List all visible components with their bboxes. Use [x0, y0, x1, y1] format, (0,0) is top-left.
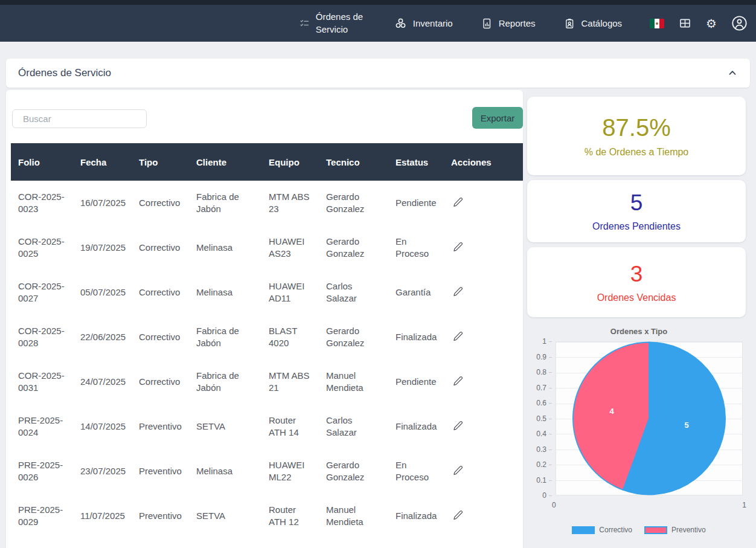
nav-item-reportes[interactable]: Reportes	[481, 18, 536, 30]
table-row: COR-2025-0031 24/07/2025 Correctivo Fabr…	[11, 359, 523, 404]
col-fecha: Fecha	[73, 143, 132, 181]
cell-tecnico: Gerardo Gonzalez	[319, 315, 388, 359]
chart-legend: Correctivo Preventivo	[531, 526, 746, 534]
table-row: COR-2025-0028 22/06/2025 Correctivo Fabr…	[11, 315, 523, 359]
cell-fecha: 24/07/2025	[73, 359, 132, 404]
nav-icon-group: ⚙	[650, 15, 748, 31]
stat-value-overdue: 3	[630, 262, 643, 287]
cell-tecnico: Manuel Mendieta	[319, 494, 388, 538]
export-button[interactable]: Exportar	[472, 107, 523, 129]
nav-label: Órdenes de Servicio	[316, 11, 367, 36]
collapse-panel-button[interactable]	[727, 68, 738, 79]
nav-menu: Órdenes de Servicio Inventario Reportes …	[300, 11, 622, 36]
cell-tecnico: Gerardo Gonzalez	[319, 449, 388, 494]
search-input[interactable]	[23, 114, 143, 124]
gear-icon: ⚙	[706, 18, 717, 30]
edit-order-button[interactable]	[451, 463, 465, 479]
stat-label-overdue: Ordenes Vencidas	[597, 292, 676, 303]
cell-tipo: Correctivo	[132, 225, 189, 270]
id-card-icon	[563, 18, 575, 30]
edit-order-button[interactable]	[451, 285, 465, 300]
stat-value-pending: 5	[630, 190, 643, 216]
table-row: PRE-2025-0024 14/07/2025 Preventivo SETV…	[11, 404, 523, 449]
table-row: COR-2025-0023 16/07/2025 Correctivo Fabr…	[11, 181, 523, 225]
cell-estatus: En Proceso	[388, 449, 444, 494]
grid-icon	[679, 17, 691, 30]
cell-equipo: HUAWEI AD11	[261, 270, 319, 315]
chevron-up-icon	[727, 68, 738, 79]
page-title: Órdenes de Servicio	[18, 67, 111, 79]
grid-apps-button[interactable]	[679, 17, 691, 30]
cell-estatus: Garantía	[388, 270, 444, 315]
nav-item-inventario[interactable]: Inventario	[394, 17, 453, 30]
cell-cliente: Fabrica de Jabón	[189, 181, 261, 225]
table-row: PRE-2025-0029 11/07/2025 Preventivo SETV…	[11, 494, 523, 538]
orders-card: Exportar Folio Fecha Tipo Cliente Equipo…	[6, 90, 523, 548]
stat-value-on-time: 87.5%	[602, 114, 670, 141]
cell-equipo: HUAWEI AS23	[261, 225, 319, 270]
panel-header: Órdenes de Servicio	[6, 59, 750, 88]
stat-label-pending: Ordenes Pendientes	[592, 221, 681, 232]
cell-estatus: Finalizada	[388, 404, 444, 449]
stat-card-overdue: 3 Ordenes Vencidas	[527, 247, 746, 317]
y-tick: 0.5	[536, 414, 552, 423]
nav-item-ordenes-de-servicio[interactable]: Órdenes de Servicio	[300, 11, 367, 36]
cell-equipo: MTM ABS 21	[261, 359, 319, 404]
nodes-icon	[394, 17, 407, 30]
cell-equipo: Router ATH 14	[261, 404, 319, 449]
cell-fecha: 19/07/2025	[73, 225, 132, 270]
col-tipo: Tipo	[132, 143, 189, 181]
cell-folio: COR-2025-0027	[11, 270, 73, 315]
cell-cliente: SETVA	[189, 404, 261, 449]
edit-order-button[interactable]	[451, 329, 465, 345]
report-icon	[481, 18, 493, 30]
table-header-row: Folio Fecha Tipo Cliente Equipo Tecnico …	[11, 143, 523, 181]
cell-equipo: Router ATH 12	[261, 494, 319, 538]
nav-item-catalogos[interactable]: Catálogos	[563, 18, 623, 30]
settings-button[interactable]: ⚙	[706, 18, 717, 30]
language-flag-button[interactable]	[650, 19, 664, 28]
cell-tecnico: Gerardo Gonzalez	[319, 181, 388, 225]
cell-tecnico: Manuel Mendieta	[319, 359, 388, 404]
stat-card-on-time: 87.5% % de Ordenes a Tiempo	[527, 97, 746, 175]
pencil-icon	[452, 196, 464, 208]
y-tick: 0.8	[536, 368, 552, 376]
window-top-strip	[0, 0, 756, 5]
cell-equipo: BLAST 4020	[261, 315, 319, 359]
legend-swatch-preventivo	[644, 526, 667, 534]
cell-fecha: 11/07/2025	[73, 494, 132, 538]
cell-folio: PRE-2025-0026	[11, 449, 73, 494]
legend-item-preventivo[interactable]: Preventivo	[644, 526, 706, 534]
y-tick: 0.6	[536, 399, 552, 407]
mexico-flag-icon	[650, 19, 664, 28]
cell-fecha: 16/07/2025	[73, 181, 132, 225]
cell-equipo: HUAWEI ML22	[261, 449, 319, 494]
edit-order-button[interactable]	[451, 374, 465, 390]
y-tick: 1	[542, 337, 552, 346]
edit-order-button[interactable]	[451, 419, 465, 434]
cell-tipo: Preventivo	[132, 494, 189, 538]
cell-estatus: En Proceso	[388, 225, 444, 270]
cell-tipo: Preventivo	[132, 449, 189, 494]
col-tecnico: Tecnico	[319, 143, 388, 181]
y-tick: 0.9	[536, 353, 552, 361]
edit-order-button[interactable]	[451, 195, 465, 211]
cell-cliente: Melinasa	[189, 225, 261, 270]
search-box	[12, 109, 147, 128]
cell-estatus: Pendiente	[388, 181, 444, 225]
cell-tipo: Preventivo	[132, 404, 189, 449]
legend-label-preventivo: Preventivo	[671, 526, 706, 534]
cell-tipo: Correctivo	[132, 270, 189, 315]
cell-tecnico: Gerardo Gonzalez	[319, 225, 388, 270]
edit-order-button[interactable]	[451, 240, 465, 256]
edit-order-button[interactable]	[451, 508, 465, 524]
pencil-icon	[452, 465, 464, 476]
stat-card-pending: 5 Ordenes Pendientes	[527, 180, 746, 242]
nav-label: Inventario	[413, 18, 453, 28]
cell-fecha: 14/07/2025	[73, 404, 132, 449]
y-tick: 0.4	[536, 430, 552, 438]
pencil-icon	[452, 375, 464, 387]
user-account-button[interactable]	[731, 15, 748, 31]
y-tick: 0.2	[536, 460, 552, 469]
legend-item-correctivo[interactable]: Correctivo	[572, 526, 632, 534]
